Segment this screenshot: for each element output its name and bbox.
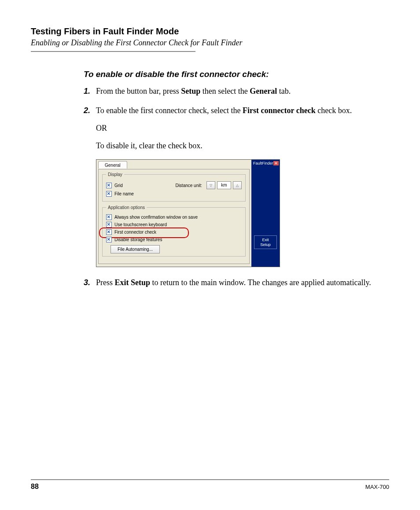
footer-rule	[31, 479, 389, 480]
text: to return to the main window. The change…	[150, 278, 371, 287]
text-or: OR	[96, 122, 389, 134]
label-confirm-on-save: Always show confirmation window on save	[114, 215, 242, 220]
chapter-subtitle: Enabling or Disabling the First Connecto…	[31, 38, 389, 48]
checkbox-filename[interactable]	[106, 191, 112, 197]
section-heading: To enable or disable the first connector…	[84, 70, 389, 79]
text: Press	[96, 278, 115, 287]
step-number: 1.	[84, 85, 96, 97]
label-first-connector-check: First connector check	[114, 230, 242, 235]
step-number: 3.	[84, 277, 96, 288]
checkbox-grid[interactable]	[106, 183, 112, 188]
text: From the button bar, press	[96, 87, 181, 95]
embedded-setup-window: General Display Grid Distance unit: ▽ km	[96, 159, 280, 267]
model-label: MAX-700	[365, 484, 389, 490]
bold-exit-setup: Exit Setup	[115, 278, 151, 287]
text: To enable the first connector check, sel…	[96, 106, 243, 115]
text: To disable it, clear the check box.	[96, 140, 389, 151]
label-grid: Grid	[114, 183, 175, 188]
text: tab.	[277, 87, 291, 95]
bold-setup: Setup	[181, 87, 200, 95]
exit-setup-button[interactable]: ExitSetup	[254, 235, 277, 249]
group-display-legend: Display	[106, 172, 124, 177]
group-display: Display Grid Distance unit: ▽ km △	[102, 172, 246, 202]
bold-first-connector-check: First connector check	[243, 106, 316, 115]
tab-general[interactable]: General	[98, 161, 127, 169]
distance-unit-increment[interactable]: △	[233, 181, 242, 189]
file-autonaming-button[interactable]: File Autonaming...	[111, 245, 160, 253]
page-number: 88	[31, 483, 39, 491]
label-disable-storage: Disable storage features	[114, 237, 242, 242]
exit-setup-label: ExitSetup	[254, 238, 276, 247]
label-touchscreen-keyboard: Use touchscreen keyboard	[114, 222, 242, 227]
page-footer: 88 MAX-700	[31, 479, 389, 491]
checkbox-first-connector-check[interactable]	[106, 229, 112, 235]
checkbox-disable-storage[interactable]	[106, 237, 112, 242]
checkbox-confirm-on-save[interactable]	[106, 214, 112, 220]
label-distance-unit: Distance unit:	[175, 183, 202, 188]
step-2: 2. To enable the first connector check, …	[84, 105, 389, 151]
text: then select the	[200, 87, 250, 95]
app-mode-label: FaultFinder	[253, 161, 273, 165]
checkbox-touchscreen-keyboard[interactable]	[106, 222, 112, 227]
group-application-options-legend: Application options	[106, 205, 147, 210]
distance-unit-decrement[interactable]: ▽	[206, 181, 215, 189]
step-1: 1. From the button bar, press Setup then…	[84, 85, 389, 97]
label-filename: File name	[114, 191, 242, 196]
side-panel: FaultFinder × ExitSetup	[251, 160, 280, 267]
close-icon[interactable]: ×	[273, 161, 279, 165]
text: check box.	[316, 106, 352, 115]
chapter-title: Testing Fibers in Fault Finder Mode	[31, 26, 389, 37]
distance-unit-field[interactable]: km	[217, 181, 231, 189]
setup-panel: General Display Grid Distance unit: ▽ km	[96, 160, 251, 267]
header-rule	[31, 51, 195, 52]
step-3: 3. Press Exit Setup to return to the mai…	[84, 277, 389, 288]
step-number: 2.	[84, 105, 96, 151]
bold-general: General	[250, 87, 277, 95]
group-application-options: Application options Always show confirma…	[102, 205, 246, 257]
